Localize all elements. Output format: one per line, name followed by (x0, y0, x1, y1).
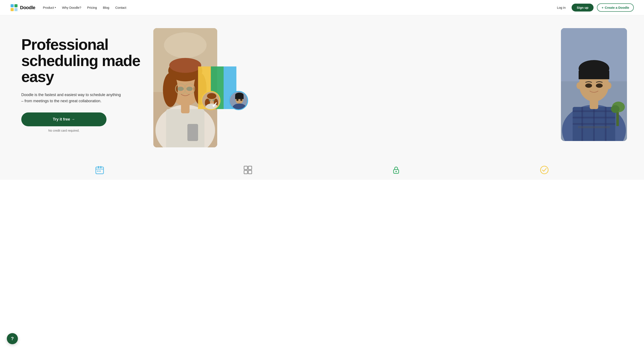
svg-rect-35 (578, 71, 609, 79)
svg-rect-64 (97, 170, 98, 172)
features-strip (0, 160, 644, 180)
svg-point-6 (164, 32, 206, 58)
checkmark-icon: ✓ (212, 100, 218, 110)
svg-point-48 (207, 93, 216, 99)
navbar: Doodle Product ▾ Why Doodle? Pricing Blo… (0, 0, 644, 15)
doodle-logo-icon (10, 4, 18, 12)
calendar-icon (94, 164, 105, 176)
navbar-right: Log in Sign up + Create a Doodle (554, 4, 634, 12)
hero-image-man (561, 28, 627, 141)
svg-point-38 (585, 84, 592, 88)
create-doodle-button[interactable]: + Create a Doodle (597, 4, 634, 12)
svg-point-57 (236, 99, 238, 101)
svg-rect-1 (14, 4, 18, 7)
svg-rect-65 (99, 170, 101, 172)
lock-icon (390, 164, 402, 176)
try-free-button[interactable]: Try it free → (21, 112, 106, 126)
nav-link-blog[interactable]: Blog (103, 6, 109, 9)
nav-item-blog[interactable]: Blog (103, 6, 109, 10)
svg-point-39 (596, 84, 603, 88)
svg-point-49 (209, 99, 211, 102)
svg-point-72 (540, 166, 548, 174)
avatar-man-thumbnail (230, 92, 248, 110)
svg-rect-56 (235, 96, 244, 99)
nav-item-product[interactable]: Product ▾ (43, 6, 56, 9)
svg-rect-2 (11, 8, 14, 11)
strip-icon-grid (242, 164, 254, 176)
signup-button[interactable]: Sign up (572, 4, 594, 12)
svg-point-36 (576, 82, 582, 89)
hero-content: Professional scheduling made easy Doodle… (21, 28, 145, 132)
svg-rect-68 (244, 170, 248, 174)
avatar-man-circle (229, 91, 248, 110)
man-illustration (561, 28, 627, 141)
nav-link-product[interactable]: Product (43, 6, 54, 9)
svg-rect-63 (100, 166, 101, 168)
strip-icon-calendar (94, 164, 105, 176)
svg-point-19 (186, 87, 193, 91)
svg-rect-0 (11, 4, 14, 7)
svg-rect-66 (244, 166, 248, 170)
nav-link-contact[interactable]: Contact (115, 6, 126, 9)
nav-link-why-doodle[interactable]: Why Doodle? (62, 6, 81, 9)
no-credit-text: No credit card required. (21, 129, 106, 132)
svg-point-71 (396, 171, 397, 172)
hero-title: Professional scheduling made easy (21, 37, 145, 85)
svg-point-37 (606, 82, 612, 89)
strip-icon-check-circle (539, 164, 550, 176)
svg-point-14 (169, 58, 201, 73)
hero-subtitle: Doodle is the fastest and easiest way to… (21, 92, 124, 104)
svg-point-18 (178, 87, 184, 91)
nav-item-contact[interactable]: Contact (115, 6, 126, 10)
create-doodle-label: Create a Doodle (605, 6, 629, 9)
nav-item-why-doodle[interactable]: Why Doodle? (62, 6, 81, 10)
hero-section: Professional scheduling made easy Doodle… (0, 15, 644, 160)
nav-links: Product ▾ Why Doodle? Pricing Blog Conta… (43, 6, 126, 10)
svg-rect-21 (188, 124, 198, 140)
strip-icon-lock (390, 164, 402, 176)
svg-rect-3 (14, 8, 18, 11)
man-photo (561, 28, 627, 141)
grid-icon (242, 164, 254, 176)
login-button[interactable]: Log in (554, 4, 568, 11)
check-circle-icon (539, 164, 550, 176)
plus-icon: + (602, 6, 604, 9)
chevron-down-icon: ▾ (55, 6, 56, 9)
navbar-left: Doodle Product ▾ Why Doodle? Pricing Blo… (10, 4, 126, 12)
nav-item-pricing[interactable]: Pricing (87, 6, 97, 10)
svg-point-43 (611, 105, 620, 113)
svg-point-58 (240, 99, 242, 101)
logo[interactable]: Doodle (10, 4, 35, 12)
hero-images: ✓ (153, 28, 627, 152)
nav-link-pricing[interactable]: Pricing (87, 6, 97, 9)
svg-rect-69 (248, 170, 252, 174)
svg-rect-67 (248, 166, 252, 170)
svg-rect-40 (578, 126, 610, 128)
svg-rect-8 (166, 109, 204, 148)
svg-rect-62 (98, 166, 99, 168)
brand-name: Doodle (20, 5, 35, 10)
